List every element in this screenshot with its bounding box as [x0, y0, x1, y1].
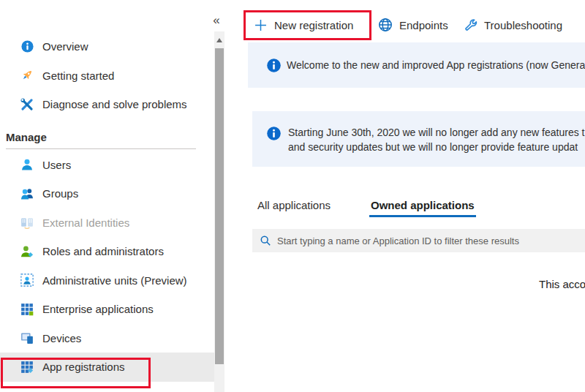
- sidebar-item-label: Overview: [42, 40, 88, 53]
- azure-app-registrations-page: y Overview Getting started Diagnose and …: [0, 0, 585, 392]
- sidebar-item-label: Enterprise applications: [42, 303, 154, 315]
- welcome-banner-text: Welcome to the new and improved App regi…: [287, 59, 585, 71]
- rocket-icon: [20, 69, 34, 82]
- sidebar-scrollbar[interactable]: [214, 31, 224, 392]
- search-input[interactable]: [277, 235, 585, 246]
- endpoints-label: Endpoints: [399, 19, 448, 31]
- sidebar-item-label: Diagnose and solve problems: [42, 98, 187, 110]
- sidebar-item-devices[interactable]: Devices: [0, 324, 214, 353]
- globe-icon: [378, 18, 393, 32]
- devices-icon: [20, 331, 34, 344]
- external-identities-icon: [20, 216, 34, 229]
- sidebar-item-label: Users: [42, 159, 71, 171]
- wrench-icon: [464, 18, 478, 31]
- sidebar-item-enterprise-applications[interactable]: Enterprise applications: [0, 295, 214, 324]
- sidebar-section-manage: Manage: [0, 128, 214, 147]
- sidebar-item-label: Groups: [42, 187, 78, 200]
- sidebar-item-getting-started[interactable]: Getting started: [0, 61, 214, 91]
- plus-icon: [254, 19, 267, 31]
- sidebar-item-label: Devices: [42, 332, 81, 344]
- admin-units-icon: [20, 274, 34, 287]
- sidebar-item-groups[interactable]: Groups: [0, 179, 214, 208]
- sidebar-item-label: External Identities: [42, 216, 129, 229]
- sidebar-item-overview[interactable]: Overview: [0, 32, 214, 61]
- deprecation-banner-line-1: Starting June 30th, 2020 we will no long…: [288, 126, 584, 140]
- sidebar-item-external-identities[interactable]: External Identities: [0, 208, 214, 238]
- sidebar-item-administrative-units[interactable]: Administrative units (Preview): [0, 266, 214, 295]
- sidebar: Overview Getting started Diagnose and so…: [0, 0, 214, 392]
- enterprise-apps-icon: [20, 303, 34, 316]
- deprecation-info-banner: Starting June 30th, 2020 we will no long…: [252, 111, 585, 167]
- sidebar-item-label: Administrative units (Preview): [42, 274, 187, 287]
- search-icon: [260, 235, 271, 246]
- main-content: New registration Endpoints Troubleshooti…: [225, 0, 585, 392]
- user-icon: [20, 158, 34, 171]
- scrollbar-up-button[interactable]: [214, 31, 224, 48]
- sidebar-item-app-registrations[interactable]: App registrations: [0, 353, 214, 382]
- sidebar-item-label: Getting started: [42, 69, 114, 82]
- scroll-up-arrow-icon: [216, 38, 222, 42]
- app-registrations-icon: [20, 361, 34, 374]
- sidebar-item-users[interactable]: Users: [0, 151, 214, 180]
- sidebar-item-label: App registrations: [42, 361, 125, 373]
- sidebar-item-diagnose[interactable]: Diagnose and solve problems: [0, 90, 214, 119]
- scrollbar-thumb[interactable]: [215, 48, 224, 364]
- sidebar-item-label: Roles and administrators: [42, 245, 164, 257]
- info-icon: [267, 59, 281, 72]
- application-filter-searchbox[interactable]: [252, 229, 585, 252]
- new-registration-label: New registration: [274, 19, 353, 31]
- tab-all-applications[interactable]: All applications: [256, 195, 332, 215]
- user-group-icon: [20, 187, 34, 200]
- empty-state-text: This accou: [539, 278, 585, 290]
- roles-icon: [20, 245, 34, 258]
- welcome-info-banner: Welcome to the new and improved App regi…: [248, 42, 585, 88]
- deprecation-banner-text: Starting June 30th, 2020 we will no long…: [288, 126, 584, 154]
- troubleshooting-button[interactable]: Troubleshooting: [464, 12, 562, 37]
- sidebar-item-roles-and-administrators[interactable]: Roles and administrators: [0, 237, 214, 266]
- collapse-sidebar-icon[interactable]: «: [209, 13, 224, 29]
- endpoints-button[interactable]: Endpoints: [378, 12, 448, 37]
- deprecation-banner-line-2: and security updates but we will no long…: [288, 140, 584, 155]
- info-icon: [267, 127, 281, 140]
- info-icon: [20, 40, 34, 53]
- tab-owned-applications[interactable]: Owned applications: [369, 195, 476, 217]
- new-registration-button[interactable]: New registration: [254, 12, 353, 37]
- sidebar-divider: [6, 148, 196, 149]
- troubleshooting-label: Troubleshooting: [484, 19, 562, 31]
- crossed-tools-icon: [20, 98, 34, 111]
